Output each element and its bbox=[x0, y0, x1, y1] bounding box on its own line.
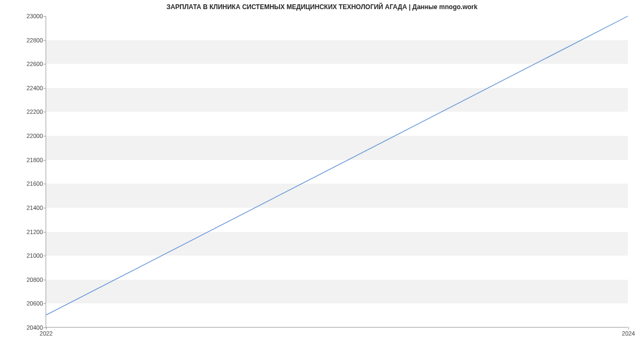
y-tick-label: 22000 bbox=[26, 133, 43, 139]
y-tick-label: 21400 bbox=[26, 205, 43, 211]
y-tick-label: 21000 bbox=[26, 252, 43, 259]
y-tick-mark bbox=[43, 16, 46, 17]
x-tick-label: 2022 bbox=[40, 330, 53, 337]
y-tick-label: 22200 bbox=[26, 108, 43, 115]
y-tick-label: 21200 bbox=[26, 229, 43, 235]
y-tick-label: 22600 bbox=[26, 61, 43, 67]
x-tick-mark bbox=[628, 327, 629, 330]
chart-container: ЗАРПЛАТА В КЛИНИКА СИСТЕМНЫХ МЕДИЦИНСКИХ… bbox=[0, 0, 644, 349]
y-tick-mark bbox=[43, 88, 46, 89]
y-tick-label: 21800 bbox=[26, 157, 43, 163]
y-tick-mark bbox=[43, 184, 46, 184]
y-tick-label: 23000 bbox=[26, 13, 43, 19]
y-tick-label: 21600 bbox=[26, 180, 43, 187]
y-tick-mark bbox=[43, 208, 46, 208]
y-tick-mark bbox=[43, 136, 46, 136]
y-tick-mark bbox=[43, 256, 46, 256]
y-tick-mark bbox=[43, 160, 46, 161]
x-tick-label: 2024 bbox=[622, 330, 635, 337]
data-line bbox=[46, 16, 628, 315]
y-tick-mark bbox=[43, 280, 46, 280]
y-tick-label: 22800 bbox=[26, 37, 43, 43]
y-tick-mark bbox=[43, 232, 46, 232]
y-tick-mark bbox=[43, 112, 46, 112]
y-tick-label: 22400 bbox=[26, 85, 43, 91]
chart-title: ЗАРПЛАТА В КЛИНИКА СИСТЕМНЫХ МЕДИЦИНСКИХ… bbox=[0, 3, 644, 11]
y-tick-label: 20800 bbox=[26, 277, 43, 283]
plot-area: 2040020600208002100021200214002160021800… bbox=[46, 16, 628, 328]
y-tick-label: 20600 bbox=[26, 300, 43, 307]
line-series bbox=[46, 16, 628, 327]
y-tick-mark bbox=[43, 64, 46, 64]
y-tick-mark bbox=[43, 40, 46, 41]
x-tick-mark bbox=[46, 327, 47, 330]
y-tick-mark bbox=[43, 303, 46, 304]
